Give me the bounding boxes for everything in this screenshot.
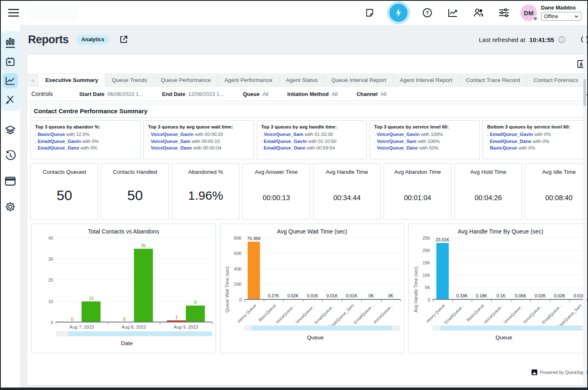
queue-link[interactable]: EmailQueue_Dane [490,139,532,144]
kpi-card-contacts-handled: Contacts Handled50 [101,163,169,220]
chart-horizontal-scrollbar[interactable] [244,325,401,331]
tab-queue-interval-report[interactable]: Queue Interval Report [325,73,393,86]
kpi-value: 00:00:13 [262,194,290,202]
sidebar-item-analytics-line-chart-icon[interactable] [3,73,18,88]
last-refreshed: Last refreshed at 10:41:55 [479,36,565,43]
hamburger-menu-icon[interactable] [7,7,20,19]
x-category-label: Aug 7, 2023 [56,322,108,329]
queue-link[interactable]: VoiceQueue_Sam [151,139,190,144]
tab-contact-forensics[interactable]: Contact Forensics [527,73,585,86]
x-category-label: EmailQueue... [443,303,465,325]
control-start-date[interactable]: Start Date06/08/2023 1... [79,91,143,97]
chart-avg-handle-time-by-queue-sec-: Avg Handle Time By Queue (sec)Avg Handle… [408,224,588,353]
tab-agent-interval-report[interactable]: Agent Interval Report [393,73,459,86]
chart-scrollbar-thumb[interactable] [68,332,212,336]
sidebar-item-layers-icon[interactable] [3,123,18,138]
queue-link[interactable]: VoiceQueue_Gavin [377,132,419,137]
queue-link[interactable]: EmailQueue_Dane [37,145,79,150]
control-value: 06/08/2023 1... [108,91,143,97]
control-intiation-method[interactable]: Intiation MethodAll [287,91,337,97]
sidebar-item-settings-gear-icon[interactable] [3,199,18,214]
status-select[interactable]: Offline [541,12,581,21]
chart-horizontal-scrollbar[interactable] [56,331,212,336]
bar-value-label: 0K [388,293,394,298]
notes-icon[interactable] [364,7,375,19]
y-axis-title: Avg Handle Time (sec) [413,266,418,312]
vertical-scrollbar-thumb[interactable] [583,79,586,106]
x-category-label: BasicQueue [258,303,276,322]
avatar[interactable]: DM [520,5,537,21]
tab-contact-trace-record[interactable]: Contact Trace Record [459,73,527,86]
queue-link[interactable]: EmailQueue_Gavin [490,132,533,137]
bar[interactable] [248,242,260,300]
control-channel[interactable]: ChannelAll [356,91,387,97]
chart-scrollbar-thumb[interactable] [440,326,581,330]
svg-text:?: ? [426,10,429,16]
y-tick-label: 0 [428,297,430,302]
queue-link[interactable]: BasicQueue [490,145,517,150]
tasks-bolt-icon[interactable] [389,4,408,22]
sidebar-item-metrics-bar-chart-icon[interactable] [3,35,18,50]
queue-link[interactable]: VoiceQueue_Gavin [151,132,194,137]
bar-slot: 0K [381,238,401,300]
y-tick-label: 40K [234,266,242,271]
queue-link[interactable]: EmailQueue_Dane [264,145,305,150]
kpi-label: Avg Idle Time [542,169,576,175]
controls-label: Controls [31,91,53,97]
y-tick-label: 25K [422,236,430,241]
bar[interactable] [82,301,101,322]
info-icon[interactable] [558,36,565,43]
analytics-badge[interactable]: Analytics [76,35,110,44]
bar-value-label: 0.33K [456,293,467,298]
agents-icon[interactable] [473,7,484,19]
bar-value-label: 0 [71,317,73,322]
sidebar-item-window-icon[interactable] [3,174,18,189]
bar-value-label: 10 [89,296,94,301]
chart-horizontal-scrollbar[interactable] [433,325,588,331]
vertical-scrollbar[interactable] [583,26,586,385]
queue-link[interactable]: EmailQueue_Gavin [37,139,81,144]
help-icon[interactable]: ? [422,7,433,19]
sidebar-item-history-icon[interactable] [3,148,18,163]
queue-link[interactable]: VoiceQueue_Sam [377,139,416,144]
tab-executive-summary[interactable]: Executive Summary [38,73,105,86]
control-value: All [380,91,386,97]
open-external-icon[interactable] [118,34,129,45]
x-tick [56,322,56,325]
tab-agent-performance[interactable]: Agent Performance [218,73,279,86]
bar-slot: 0.02K [530,238,550,300]
queue-link[interactable]: BasicQueue [37,132,65,137]
bar[interactable] [436,243,449,300]
kpi-card-avg-idle-time: Avg Idle Time00:08:40 [525,163,588,220]
x-axis-line [56,322,212,322]
tab-agent-status[interactable]: Agent Status [279,73,324,86]
tab-queue-performance[interactable]: Queue Performance [154,73,218,86]
control-label: Start Date [79,91,104,97]
queue-link[interactable]: VoiceQueue_Dane [377,145,418,150]
bar[interactable] [186,306,205,322]
chart-scrollbar-thumb[interactable] [252,326,393,330]
control-end-date[interactable]: End Date12/08/2023 1... [162,91,224,97]
tabs-scroll-left-icon[interactable]: « [28,73,38,86]
bar-slot: 0K [361,238,381,300]
tab-queue-trends[interactable]: Queue Trends [105,73,154,86]
kpi-card-avg-answer-time: Avg Answer Time00:00:13 [242,163,310,220]
queue-link[interactable]: VoiceQueue_Sam [264,132,303,137]
bar-value-label: 0.01K [307,293,318,298]
bar-slot: 0.18K [472,238,491,300]
performance-chart-icon[interactable] [447,7,459,19]
sidebar-item-calendar-icon[interactable] [3,54,18,69]
bar-value-label: 0.02K [534,293,546,298]
bar[interactable] [134,249,153,322]
x-category-label: VoiceQueue... [372,303,394,325]
sidebar-item-routing-pen-icon[interactable] [3,92,18,107]
summary-card-item: . EmailQueue_Dane with 0% [35,145,136,150]
summary-title: Contact Centre Performance Summary [34,107,588,114]
summary-card-item: . EmailQueue_Gavin with 0% [35,139,136,144]
control-queue[interactable]: QueueAll [243,91,268,97]
queue-link[interactable]: EmailQueue_Gavin [264,139,307,144]
y-tick-label: 30 [48,257,53,262]
x-category-label: EmailQueue... [314,303,335,325]
queue-link[interactable]: VoiceQueue_Dane [151,145,192,150]
preferences-sliders-icon[interactable] [498,7,510,19]
